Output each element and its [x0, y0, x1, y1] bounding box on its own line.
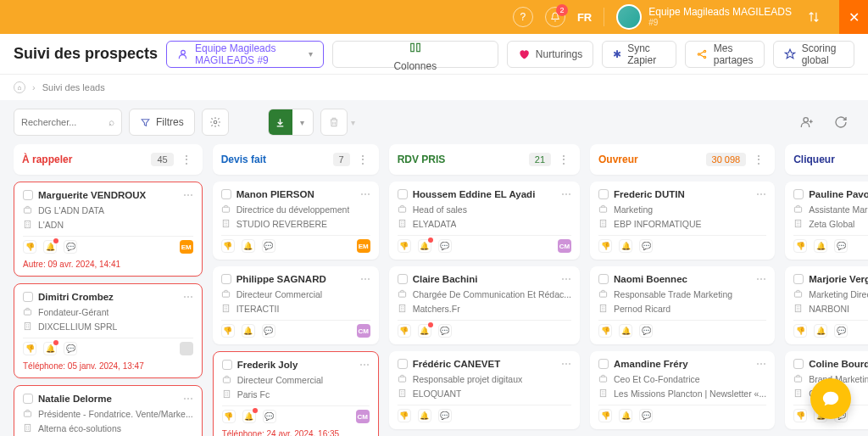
home-icon[interactable]: ⌂ — [14, 81, 25, 93]
dislike-icon[interactable]: 👎 — [221, 324, 235, 338]
more-icon[interactable]: ⋯ — [360, 273, 370, 285]
dislike-icon[interactable]: 👎 — [598, 239, 612, 253]
column-header[interactable]: RDV PRIS 21 ⋮ — [389, 144, 580, 175]
remind-icon[interactable]: 🔔 — [619, 239, 632, 253]
more-icon[interactable]: ⋮ — [179, 153, 194, 166]
more-icon[interactable]: ⋯ — [359, 359, 370, 371]
sync-zapier-button[interactable]: ✱ Sync Zapier — [602, 41, 676, 68]
more-icon[interactable]: ⋯ — [360, 188, 370, 200]
checkbox[interactable] — [221, 274, 231, 284]
more-icon[interactable]: ⋯ — [561, 273, 571, 285]
chevron-down-icon[interactable]: ▾ — [351, 118, 355, 127]
checkbox[interactable] — [598, 189, 609, 199]
dislike-icon[interactable]: 👎 — [398, 409, 411, 422]
shares-button[interactable]: Mes partages — [685, 41, 765, 68]
more-icon[interactable]: ⋮ — [355, 153, 370, 166]
checkbox[interactable] — [222, 360, 232, 370]
dislike-icon[interactable]: 👎 — [398, 239, 411, 253]
dislike-icon[interactable]: 👎 — [598, 324, 612, 338]
prospect-card[interactable]: Amandine Fréry ⋯ Ceo Et Co-Fondatrice Le… — [590, 351, 775, 429]
checkbox[interactable] — [398, 359, 408, 369]
prospect-card[interactable]: Marguerite VENDROUX ⋯ DG L'ADN DATA L'AD… — [14, 182, 203, 277]
checkbox[interactable] — [23, 292, 33, 302]
remind-icon[interactable]: 🔔 — [814, 239, 827, 253]
checkbox[interactable] — [598, 274, 609, 284]
more-icon[interactable]: ⋯ — [561, 358, 571, 370]
more-icon[interactable]: ⋯ — [756, 358, 766, 370]
more-icon[interactable]: ⋯ — [756, 188, 766, 200]
remind-icon[interactable]: 🔔 — [619, 324, 632, 338]
chat-icon[interactable]: 💬 — [64, 240, 77, 254]
prospect-card[interactable]: Frederik Joly ⋯ Directeur Commercial Par… — [213, 351, 379, 436]
chat-icon[interactable]: 💬 — [64, 342, 77, 355]
remind-icon[interactable]: 🔔 — [418, 324, 431, 338]
assign-icon[interactable] — [793, 109, 821, 136]
language-switch[interactable]: FR — [577, 11, 592, 24]
remind-icon[interactable]: 🔔 — [242, 324, 255, 338]
remind-icon[interactable]: 🔔 — [814, 324, 827, 338]
chat-icon[interactable]: 💬 — [834, 324, 848, 338]
export-button[interactable]: ▾ — [268, 109, 314, 136]
scoring-button[interactable]: Scoring global — [773, 41, 854, 68]
column-header[interactable]: Ouvreur 30 098 ⋮ — [590, 144, 775, 175]
search-input[interactable] — [21, 117, 108, 127]
prospect-card[interactable]: Naomi Boennec ⋯ Responsable Trade Market… — [590, 266, 775, 344]
notifications-icon[interactable]: 2 — [545, 7, 565, 27]
checkbox[interactable] — [598, 359, 609, 369]
checkbox[interactable] — [793, 189, 804, 199]
remind-icon[interactable]: 🔔 — [619, 409, 632, 422]
more-icon[interactable]: ⋯ — [756, 273, 766, 285]
team-selector[interactable]: Equipe Magileads MAGILEADS #9 ▾ — [166, 41, 324, 68]
prospect-card[interactable]: Manon PIERSON ⋯ Directrice du développem… — [213, 182, 379, 260]
prospect-card[interactable]: Pauline Pavot ⋯ Assistante Marketing Zet… — [785, 182, 868, 260]
settings-icon[interactable] — [202, 109, 229, 136]
dislike-icon[interactable]: 👎 — [793, 239, 807, 253]
checkbox[interactable] — [221, 189, 231, 199]
remind-icon[interactable]: 🔔 — [418, 409, 431, 422]
chat-icon[interactable]: 💬 — [262, 324, 275, 338]
dislike-icon[interactable]: 👎 — [222, 410, 236, 423]
dislike-icon[interactable]: 👎 — [398, 324, 411, 338]
checkbox[interactable] — [398, 274, 408, 284]
chat-icon[interactable]: 💬 — [639, 239, 653, 253]
swap-icon[interactable] — [804, 7, 824, 27]
chat-icon[interactable]: 💬 — [263, 410, 276, 423]
prospect-card[interactable]: Natalie Delorme ⋯ Présidente - Fondatric… — [14, 385, 203, 436]
remind-icon[interactable]: 🔔 — [43, 342, 57, 355]
chevron-down-icon[interactable]: ▾ — [292, 118, 313, 127]
more-icon[interactable]: ⋮ — [556, 153, 571, 166]
filters-button[interactable]: Filtres — [129, 109, 195, 136]
more-icon[interactable]: ⋯ — [561, 188, 571, 200]
remind-icon[interactable]: 🔔 — [242, 410, 256, 423]
remind-icon[interactable]: 🔔 — [43, 240, 57, 254]
dislike-icon[interactable]: 👎 — [793, 324, 807, 338]
dislike-icon[interactable]: 👎 — [598, 409, 612, 422]
close-button[interactable]: ✕ — [839, 0, 868, 34]
dislike-icon[interactable]: 👎 — [23, 240, 36, 254]
more-icon[interactable]: ⋯ — [183, 189, 193, 201]
prospect-card[interactable]: Dimitri Crombez ⋯ Fondateur-Gérant DIXCE… — [14, 283, 203, 378]
chat-icon[interactable]: 💬 — [639, 324, 653, 338]
delete-button[interactable] — [320, 109, 348, 136]
prospect-card[interactable]: Frederic DUTIN ⋯ Marketing EBP INFORMATI… — [590, 182, 775, 260]
nurturings-button[interactable]: Nurturings — [507, 41, 593, 68]
chat-icon[interactable]: 💬 — [834, 239, 848, 253]
dislike-icon[interactable]: 👎 — [221, 239, 235, 253]
prospect-card[interactable]: Claire Bachini ⋯ Chargée De Communicatio… — [389, 266, 580, 344]
checkbox[interactable] — [23, 394, 33, 404]
remind-icon[interactable]: 🔔 — [418, 239, 431, 253]
chat-icon[interactable]: 💬 — [639, 409, 653, 422]
chat-icon[interactable]: 💬 — [438, 239, 452, 253]
remind-icon[interactable]: 🔔 — [242, 239, 255, 253]
more-icon[interactable]: ⋯ — [183, 291, 193, 303]
refresh-icon[interactable] — [827, 109, 854, 136]
checkbox[interactable] — [398, 189, 408, 199]
prospect-card[interactable]: Philippe SAGNARD ⋯ Directeur Commercial … — [213, 266, 379, 344]
columns-button[interactable]: Colonnes — [332, 41, 498, 68]
more-icon[interactable]: ⋯ — [183, 393, 193, 405]
help-icon[interactable]: ? — [513, 7, 533, 27]
user-menu[interactable]: Equipe Magileads MAGILEADS #9 — [616, 4, 792, 30]
chat-icon[interactable]: 💬 — [438, 409, 452, 422]
column-header[interactable]: Cliqueur 3 768 ⋮ — [785, 144, 868, 175]
column-header[interactable]: Devis fait 7 ⋮ — [213, 144, 379, 175]
